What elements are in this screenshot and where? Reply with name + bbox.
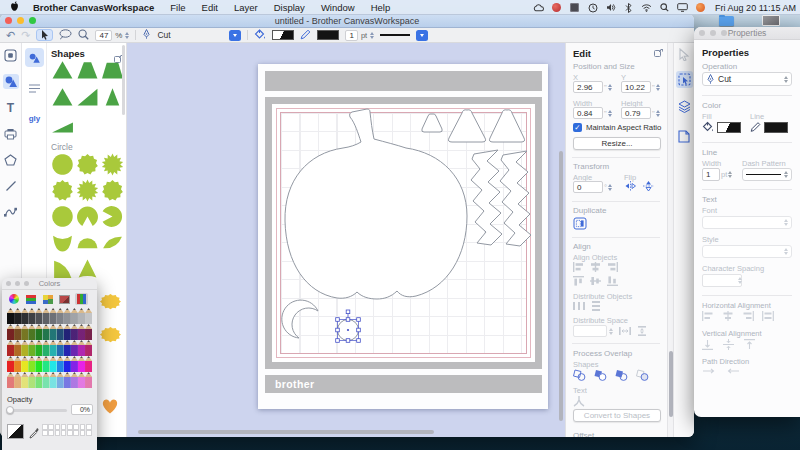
app-grid-icon[interactable] bbox=[569, 2, 580, 13]
category-glyph-icon[interactable]: gly bbox=[25, 109, 44, 128]
pencil-color[interactable] bbox=[85, 372, 92, 388]
saved-swatch-cell[interactable] bbox=[80, 430, 86, 436]
menu-item-layer[interactable]: Layer bbox=[226, 2, 266, 13]
pencil-color[interactable] bbox=[78, 340, 85, 356]
redo-icon[interactable]: ↷ bbox=[21, 30, 30, 40]
line-tool[interactable] bbox=[3, 178, 19, 193]
saved-swatch-cell[interactable] bbox=[67, 430, 73, 436]
pencil-color[interactable] bbox=[28, 340, 35, 356]
menu-app-name[interactable]: Brother CanvasWorkspace bbox=[25, 2, 162, 13]
align-top-icon[interactable] bbox=[573, 276, 584, 286]
apple-menu-icon[interactable] bbox=[0, 1, 25, 14]
shape-item-oval-scallop[interactable] bbox=[98, 326, 122, 347]
operation-combo[interactable]: Cut bbox=[702, 72, 792, 86]
align-right-icon[interactable] bbox=[607, 262, 618, 272]
color-image-icon[interactable] bbox=[58, 293, 71, 305]
saved-swatch-cell[interactable] bbox=[61, 424, 67, 430]
zigzag-shape-1[interactable] bbox=[471, 150, 502, 245]
stroke-width-input[interactable]: 1 bbox=[345, 30, 357, 41]
align-bottom-icon[interactable] bbox=[607, 276, 618, 286]
pencil-color[interactable] bbox=[78, 324, 85, 340]
text-valign-bottom-icon[interactable] bbox=[702, 339, 713, 350]
saved-swatch-cell[interactable] bbox=[73, 424, 79, 430]
pencil-color[interactable] bbox=[21, 372, 28, 388]
width-input[interactable]: 0.84 bbox=[573, 107, 603, 119]
shape-item-scallop[interactable] bbox=[101, 179, 124, 202]
saved-swatch-cell[interactable] bbox=[86, 424, 92, 430]
pencil-color[interactable] bbox=[21, 324, 28, 340]
shapes-tool[interactable] bbox=[3, 74, 19, 89]
pencil-color[interactable] bbox=[14, 356, 21, 372]
cloud-icon[interactable] bbox=[533, 2, 544, 13]
menu-item-help[interactable]: Help bbox=[363, 2, 399, 13]
text-align-center-icon[interactable] bbox=[722, 311, 734, 321]
saved-swatch-cell[interactable] bbox=[73, 430, 79, 436]
shape-item-curve-triangle[interactable] bbox=[76, 257, 99, 280]
wifi-icon[interactable] bbox=[641, 2, 652, 13]
style-combo[interactable] bbox=[702, 245, 792, 258]
shape-item-lens-tilt[interactable] bbox=[101, 231, 124, 254]
orange-app-icon[interactable] bbox=[695, 2, 706, 13]
shapes-scrollbar[interactable] bbox=[122, 45, 125, 115]
align-left-icon[interactable] bbox=[573, 262, 584, 272]
font-combo[interactable] bbox=[702, 216, 792, 229]
opacity-value-box[interactable]: 0% bbox=[71, 404, 93, 415]
pencil-color[interactable] bbox=[78, 356, 85, 372]
edit-detach-icon[interactable] bbox=[654, 49, 663, 59]
display-icon[interactable] bbox=[677, 2, 688, 13]
saved-swatch-cell[interactable] bbox=[42, 424, 48, 430]
pencil-color[interactable] bbox=[50, 372, 57, 388]
pencil-color[interactable] bbox=[57, 340, 64, 356]
height-stepper[interactable] bbox=[656, 110, 660, 117]
curve-tool[interactable] bbox=[3, 204, 19, 219]
pencil-color[interactable] bbox=[35, 324, 42, 340]
shape-item-quarter[interactable] bbox=[51, 257, 74, 280]
pencil-color[interactable] bbox=[71, 356, 78, 372]
maintain-aspect-checkbox[interactable]: ✓ bbox=[573, 123, 582, 132]
saved-swatch-cell[interactable] bbox=[86, 430, 92, 436]
shape-item-oval-scallop[interactable] bbox=[98, 293, 122, 314]
line-color-swatch[interactable] bbox=[317, 30, 339, 40]
pointer-panel-icon[interactable] bbox=[678, 47, 690, 65]
canvas-area[interactable]: brother bbox=[127, 43, 565, 437]
color-sliders-icon[interactable] bbox=[24, 293, 37, 305]
distribute-h-icon[interactable] bbox=[573, 301, 585, 311]
edit-scrollbar-thumb[interactable] bbox=[669, 351, 673, 417]
menu-clock[interactable]: Fri Aug 20 11:15 AM bbox=[713, 3, 796, 13]
pencil-color[interactable] bbox=[64, 308, 71, 324]
shape-item-triangle[interactable] bbox=[51, 58, 74, 81]
distribute-space-stepper[interactable] bbox=[609, 328, 613, 335]
saved-swatch-cell[interactable] bbox=[48, 430, 54, 436]
shape-item-scallop[interactable] bbox=[76, 153, 99, 176]
pencil-color[interactable] bbox=[28, 372, 35, 388]
layers-panel-icon[interactable] bbox=[678, 99, 691, 117]
pencil-color[interactable] bbox=[64, 356, 71, 372]
path-ltr-icon[interactable] bbox=[702, 367, 716, 375]
triangle-shape-right[interactable] bbox=[489, 110, 524, 142]
canvas-vertical-scrollbar[interactable] bbox=[559, 151, 563, 421]
pencil-color[interactable] bbox=[71, 308, 78, 324]
select-tool[interactable] bbox=[36, 29, 53, 41]
shape-item-scallop[interactable] bbox=[51, 179, 74, 202]
eyedropper-icon[interactable] bbox=[29, 425, 39, 443]
shape-item-right-triangle[interactable] bbox=[76, 85, 99, 108]
pencil-color[interactable] bbox=[7, 340, 14, 356]
pencil-color[interactable] bbox=[64, 372, 71, 388]
saved-swatch-cell[interactable] bbox=[67, 424, 73, 430]
shape-item-lens-down[interactable] bbox=[51, 231, 74, 254]
operation-value[interactable]: Cut bbox=[157, 30, 227, 40]
pencil-color[interactable] bbox=[57, 324, 64, 340]
crescent-shape[interactable] bbox=[282, 300, 318, 338]
clock-icon[interactable] bbox=[587, 2, 598, 13]
pencil-color[interactable] bbox=[14, 340, 21, 356]
pencil-color[interactable] bbox=[85, 308, 92, 324]
prop-line-swatch[interactable] bbox=[764, 122, 788, 133]
pencil-color[interactable] bbox=[85, 340, 92, 356]
polygon-tool[interactable] bbox=[3, 152, 19, 167]
align-middle-icon[interactable] bbox=[590, 276, 601, 286]
saved-swatch-cell[interactable] bbox=[55, 430, 61, 436]
pencil-color[interactable] bbox=[28, 324, 35, 340]
triangle-shape-small[interactable] bbox=[422, 114, 443, 132]
pencil-color[interactable] bbox=[57, 372, 64, 388]
space-h-icon[interactable] bbox=[619, 326, 631, 336]
